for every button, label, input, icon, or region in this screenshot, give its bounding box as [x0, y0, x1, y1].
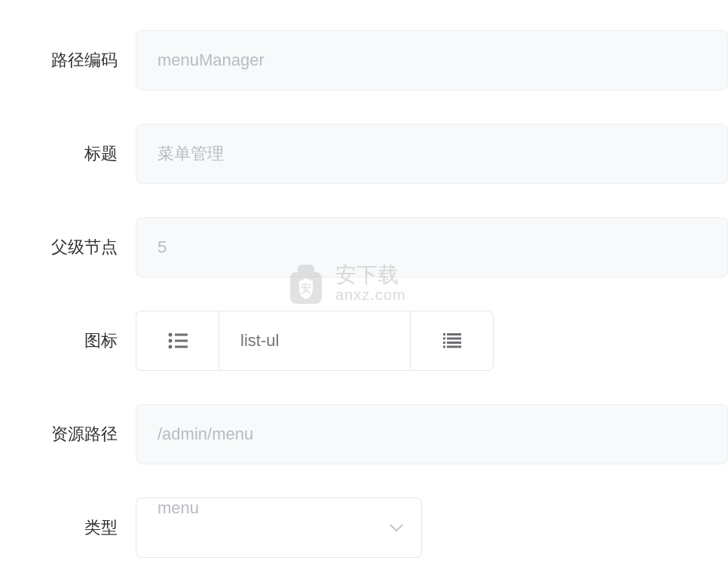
- svg-rect-9: [447, 338, 461, 340]
- path-code-label: 路径编码: [0, 49, 136, 72]
- svg-rect-7: [447, 333, 461, 335]
- svg-point-2: [168, 339, 172, 343]
- form-container: 路径编码 标题 父级节点 图标: [0, 0, 728, 558]
- icon-input-group: [136, 311, 494, 371]
- svg-point-4: [168, 345, 172, 349]
- svg-rect-12: [443, 346, 445, 348]
- form-row-icon: 图标: [0, 311, 728, 371]
- svg-rect-10: [443, 342, 445, 344]
- list-ul-icon: [168, 332, 188, 349]
- type-select-wrapper: menu: [136, 498, 422, 558]
- icon-name-input[interactable]: [219, 311, 411, 371]
- resource-path-label: 资源路径: [0, 423, 136, 446]
- path-code-input[interactable]: [136, 30, 728, 90]
- svg-rect-3: [175, 340, 188, 342]
- form-row-path-code: 路径编码: [0, 30, 728, 90]
- type-select[interactable]: menu: [136, 498, 422, 558]
- icon-suffix-button[interactable]: [411, 311, 494, 371]
- title-label: 标题: [0, 142, 136, 165]
- title-input[interactable]: [136, 124, 728, 184]
- svg-rect-11: [447, 342, 461, 344]
- svg-rect-6: [443, 333, 445, 335]
- icon-label: 图标: [0, 329, 136, 352]
- svg-rect-5: [175, 346, 188, 348]
- form-row-resource-path: 资源路径: [0, 404, 728, 464]
- form-row-parent-node: 父级节点: [0, 217, 728, 277]
- form-row-type: 类型 menu: [0, 498, 728, 558]
- icon-prefix-button[interactable]: [136, 311, 219, 371]
- form-row-title: 标题: [0, 124, 728, 184]
- parent-node-input[interactable]: [136, 217, 728, 277]
- svg-rect-13: [447, 346, 461, 348]
- svg-rect-1: [175, 334, 188, 336]
- parent-node-label: 父级节点: [0, 236, 136, 259]
- list-icon: [443, 333, 461, 348]
- svg-point-0: [168, 333, 172, 337]
- svg-rect-8: [443, 338, 445, 340]
- type-label: 类型: [0, 516, 136, 539]
- resource-path-input[interactable]: [136, 404, 728, 464]
